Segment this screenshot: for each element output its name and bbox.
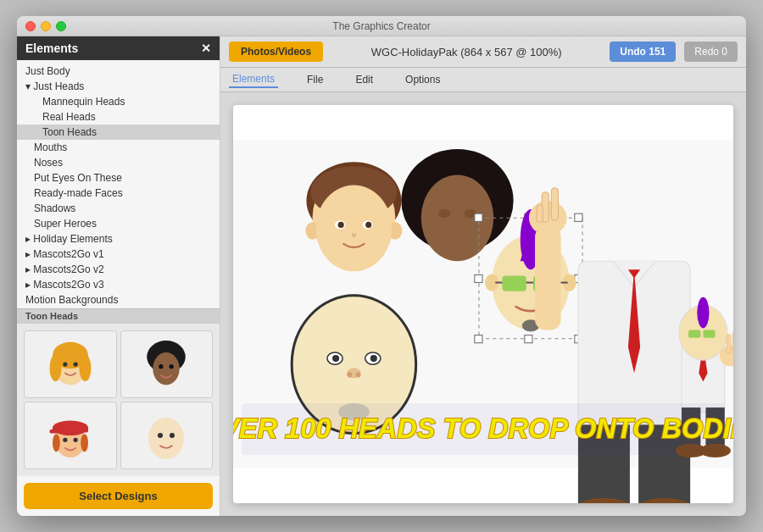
minimize-traffic-light[interactable] — [41, 21, 51, 31]
thumbnail-cap-girl[interactable] — [24, 402, 117, 469]
tree-item-mascots-v3[interactable]: ▸ Mascots2Go v3 — [17, 277, 220, 292]
tree-item-super-heroes[interactable]: Super Heroes — [17, 216, 220, 231]
menu-item-options[interactable]: Options — [402, 72, 443, 87]
menu-item-elements[interactable]: Elements — [229, 71, 278, 88]
canvas-area: OVER 100 HEADS TO DROP ONTO BODIES — [220, 92, 746, 516]
svg-rect-84 — [727, 335, 731, 353]
svg-rect-73 — [537, 205, 543, 222]
svg-rect-39 — [575, 213, 582, 221]
tree-item-mouths[interactable]: Mouths — [17, 140, 220, 155]
close-traffic-light[interactable] — [25, 21, 36, 31]
svg-point-4 — [63, 362, 67, 366]
undo-button[interactable]: Undo 151 — [610, 42, 676, 62]
photos-videos-button[interactable]: Photos/Videos — [229, 42, 323, 62]
svg-point-18 — [148, 418, 184, 459]
traffic-lights — [25, 21, 66, 31]
toolbar-top: Photos/Videos WGC-HolidayPak (864 x 567 … — [220, 36, 746, 68]
canvas-inner[interactable]: OVER 100 HEADS TO DROP ONTO BODIES — [233, 105, 733, 503]
select-designs-button[interactable]: Select Designs — [24, 483, 213, 509]
svg-point-8 — [159, 364, 164, 369]
thumbnail-afro-head[interactable] — [120, 330, 214, 398]
sidebar-close-button[interactable]: ✕ — [201, 42, 211, 55]
sidebar-header: Elements ✕ — [17, 36, 220, 60]
main-area: Photos/Videos WGC-HolidayPak (864 x 567 … — [220, 36, 746, 516]
sidebar-thumbnails — [17, 323, 220, 476]
tree-item-real-heads[interactable]: Real Heads — [17, 109, 220, 125]
svg-point-14 — [53, 434, 60, 452]
svg-point-3 — [79, 355, 91, 382]
tree-item-mascots-v2[interactable]: ▸ Mascots2Go v2 — [17, 262, 220, 277]
svg-point-76 — [697, 297, 709, 329]
svg-point-9 — [170, 364, 174, 369]
svg-point-7 — [153, 352, 181, 385]
title-bar: The Graphics Creator — [17, 16, 746, 36]
sidebar-title: Elements — [25, 42, 78, 55]
svg-rect-13 — [49, 429, 58, 433]
svg-rect-85 — [732, 332, 733, 352]
svg-point-57 — [332, 355, 339, 362]
svg-point-15 — [81, 434, 88, 452]
svg-text:OVER 100 HEADS TO DROP ONTO BO: OVER 100 HEADS TO DROP ONTO BODIES — [233, 413, 733, 444]
tree-item-noses[interactable]: Noses — [17, 155, 220, 170]
toon-heads-section-label: Toon Heads — [17, 308, 220, 323]
tree-item-toon-heads[interactable]: Toon Heads — [17, 125, 220, 140]
svg-rect-44 — [475, 274, 482, 282]
sidebar: Elements ✕ Just Body ▾ Just Heads Manneq… — [17, 36, 220, 516]
svg-rect-49 — [502, 275, 526, 291]
svg-point-59 — [370, 355, 377, 362]
svg-rect-42 — [525, 335, 532, 343]
svg-point-62 — [355, 372, 360, 377]
tree-item-just-body[interactable]: Just Body — [17, 64, 220, 79]
svg-point-20 — [170, 433, 175, 438]
svg-rect-43 — [475, 335, 482, 343]
svg-rect-37 — [475, 213, 482, 221]
svg-rect-78 — [703, 330, 715, 338]
svg-point-5 — [73, 362, 77, 366]
window-title: The Graphics Creator — [332, 20, 430, 32]
svg-point-19 — [158, 433, 163, 438]
tree-item-shadows[interactable]: Shadows — [17, 201, 220, 216]
tree-item-ready-faces[interactable]: Ready-made Faces — [17, 186, 220, 201]
menu-item-file[interactable]: File — [304, 72, 326, 87]
svg-rect-72 — [551, 188, 558, 221]
svg-point-34 — [438, 209, 450, 218]
tree-item-motion-bg[interactable]: Motion Backgrounds — [17, 292, 220, 308]
thumbnail-bald-head[interactable] — [120, 402, 214, 469]
sidebar-tree: Just Body ▾ Just Heads Mannequin Heads R… — [17, 60, 220, 308]
app-body: Elements ✕ Just Body ▾ Just Heads Manneq… — [17, 36, 746, 516]
svg-point-29 — [338, 222, 344, 228]
tree-item-mannequin-heads[interactable]: Mannequin Heads — [17, 94, 220, 109]
svg-point-16 — [63, 438, 67, 442]
fullscreen-traffic-light[interactable] — [56, 21, 66, 31]
menu-bar: Elements File Edit Options — [220, 68, 746, 92]
svg-rect-69 — [535, 226, 561, 330]
project-title: WGC-HolidayPak (864 x 567 @ 100%) — [331, 46, 601, 58]
svg-point-2 — [49, 355, 61, 382]
app-window: The Graphics Creator Elements ✕ Just Bod… — [17, 16, 746, 516]
svg-point-17 — [73, 438, 77, 442]
canvas-scene-svg: OVER 100 HEADS TO DROP ONTO BODIES — [233, 105, 733, 503]
redo-button[interactable]: Redo 0 — [684, 42, 738, 62]
svg-point-27 — [316, 186, 393, 272]
thumbnail-blonde-girl[interactable] — [24, 330, 117, 398]
tree-item-put-eyes[interactable]: Put Eyes On These — [17, 170, 220, 186]
menu-item-edit[interactable]: Edit — [352, 72, 376, 87]
svg-point-61 — [347, 372, 352, 377]
tree-item-holiday[interactable]: ▸ Holiday Elements — [17, 231, 220, 247]
tree-item-mascots-v1[interactable]: ▸ Mascots2Go v1 — [17, 247, 220, 262]
svg-rect-77 — [688, 330, 700, 338]
tree-item-just-heads[interactable]: ▾ Just Heads — [17, 79, 220, 94]
svg-point-31 — [365, 222, 371, 228]
